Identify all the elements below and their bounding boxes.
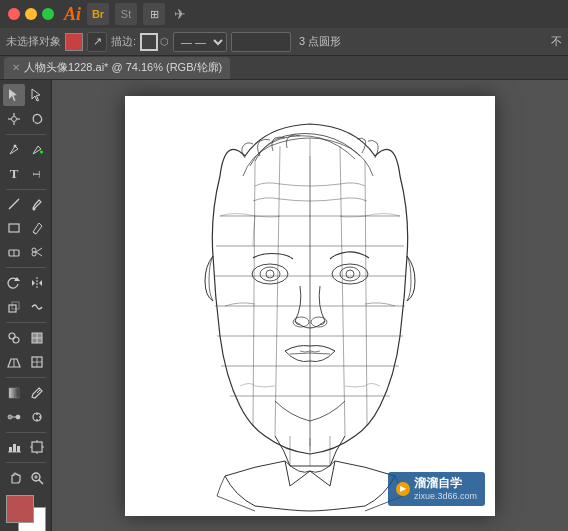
titlebar: Ai Br St ⊞ ✈ <box>0 0 568 28</box>
artboard-tool[interactable] <box>26 436 48 458</box>
traffic-lights <box>8 8 54 20</box>
opacity-input[interactable] <box>231 32 291 52</box>
extra-label: 不 <box>551 34 562 49</box>
rectangle-tool[interactable] <box>3 217 25 239</box>
pen-tool[interactable] <box>3 139 25 161</box>
fill-color[interactable] <box>65 33 83 51</box>
eraser-tool[interactable] <box>3 241 25 263</box>
stock-button[interactable]: St <box>115 3 137 25</box>
svg-point-17 <box>32 252 36 256</box>
divider3 <box>6 267 46 268</box>
svg-point-7 <box>14 144 17 147</box>
reflect-tool[interactable] <box>26 272 48 294</box>
hand-tool[interactable] <box>3 467 25 489</box>
line-row <box>3 193 48 215</box>
stroke-arrow: ⬡ <box>160 36 169 47</box>
magic-wand-tool[interactable] <box>3 108 25 130</box>
artwork-svg <box>125 96 495 516</box>
svg-point-11 <box>33 208 36 211</box>
zoom-tool[interactable] <box>26 467 48 489</box>
line-tool[interactable] <box>3 193 25 215</box>
mesh-tool[interactable] <box>26 351 48 373</box>
hand-zoom-row <box>3 467 48 489</box>
svg-marker-22 <box>32 280 35 286</box>
eyedropper-tool[interactable] <box>26 382 48 404</box>
svg-point-40 <box>36 413 38 415</box>
warp-tool[interactable] <box>26 296 48 318</box>
add-anchor-tool[interactable] <box>26 139 48 161</box>
maximize-button[interactable] <box>42 8 54 20</box>
blend-tool[interactable] <box>3 406 25 428</box>
column-graph-tool[interactable] <box>3 436 25 458</box>
svg-rect-43 <box>9 447 12 452</box>
direct-select-tool[interactable] <box>26 84 48 106</box>
document-canvas: ▶ 溜溜自学 zixue.3d66.com <box>125 96 495 516</box>
stroke-style-select[interactable]: — — <box>173 32 227 52</box>
pencil-tool[interactable] <box>26 217 48 239</box>
tab-label: 人物头像1228.ai* @ 74.16% (RGB/轮廓) <box>24 60 222 75</box>
scissors-tool[interactable] <box>26 241 48 263</box>
arrange-button[interactable]: ⊞ <box>143 3 165 25</box>
eraser-row <box>3 241 48 263</box>
bridge-button[interactable]: Br <box>87 3 109 25</box>
live-paint-tool[interactable] <box>26 327 48 349</box>
svg-rect-47 <box>32 442 42 452</box>
divider5 <box>6 377 46 378</box>
select-tools-row <box>3 84 48 106</box>
lasso-tool[interactable] <box>26 108 48 130</box>
svg-marker-23 <box>39 280 42 286</box>
svg-point-16 <box>32 248 36 252</box>
svg-line-18 <box>36 248 42 252</box>
toolbar: T T <box>0 80 52 531</box>
symbol-sprayer-tool[interactable] <box>26 406 48 428</box>
close-button[interactable] <box>8 8 20 20</box>
svg-rect-34 <box>9 388 19 398</box>
divider7 <box>6 462 46 463</box>
scale-tool[interactable] <box>3 296 25 318</box>
svg-line-10 <box>9 199 19 209</box>
vertical-type-tool[interactable]: T <box>26 163 48 185</box>
svg-point-6 <box>12 117 17 122</box>
color-area <box>2 491 50 527</box>
selection-status: 未选择对象 <box>6 34 61 49</box>
svg-point-41 <box>39 416 41 418</box>
canvas-area: ▶ 溜溜自学 zixue.3d66.com <box>52 80 568 531</box>
options-bar: 未选择对象 ↗ 描边: ⬡ — — 3 点圆形 不 <box>0 28 568 56</box>
tab-bar: ✕ 人物头像1228.ai* @ 74.16% (RGB/轮廓) <box>0 56 568 80</box>
svg-line-35 <box>37 390 40 393</box>
send-icon[interactable]: ✈ <box>171 5 189 23</box>
type-tool[interactable]: T <box>3 163 25 185</box>
svg-line-53 <box>39 480 43 484</box>
tab-close-button[interactable]: ✕ <box>12 62 20 73</box>
foreground-color[interactable] <box>6 495 34 523</box>
gradient-row <box>3 382 48 404</box>
graph-row <box>3 436 48 458</box>
svg-rect-44 <box>13 444 16 452</box>
workspace: T T <box>0 80 568 531</box>
minimize-button[interactable] <box>25 8 37 20</box>
shape-builder-tool[interactable] <box>3 327 25 349</box>
scale-row <box>3 296 48 318</box>
stroke-box[interactable] <box>140 33 158 51</box>
rect-row <box>3 217 48 239</box>
divider1 <box>6 134 46 135</box>
rotate-row <box>3 272 48 294</box>
watermark-title: 溜溜自学 <box>414 476 477 490</box>
select-tool[interactable] <box>3 84 25 106</box>
gradient-tool[interactable] <box>3 382 25 404</box>
rotate-tool[interactable] <box>3 272 25 294</box>
document-tab[interactable]: ✕ 人物头像1228.ai* @ 74.16% (RGB/轮廓) <box>4 57 230 79</box>
blend-row <box>3 406 48 428</box>
svg-marker-0 <box>9 89 17 101</box>
svg-point-36 <box>8 415 12 419</box>
svg-rect-45 <box>17 446 20 452</box>
watermark: ▶ 溜溜自学 zixue.3d66.com <box>388 472 485 505</box>
stroke-label: 描边: <box>111 34 136 49</box>
svg-line-13 <box>33 232 36 234</box>
perspective-row <box>3 351 48 373</box>
perspective-tool[interactable] <box>3 351 25 373</box>
divider6 <box>6 432 46 433</box>
paintbrush-tool[interactable] <box>26 193 48 215</box>
svg-point-27 <box>13 337 19 343</box>
stroke-arrow-icon[interactable]: ↗ <box>87 32 107 52</box>
